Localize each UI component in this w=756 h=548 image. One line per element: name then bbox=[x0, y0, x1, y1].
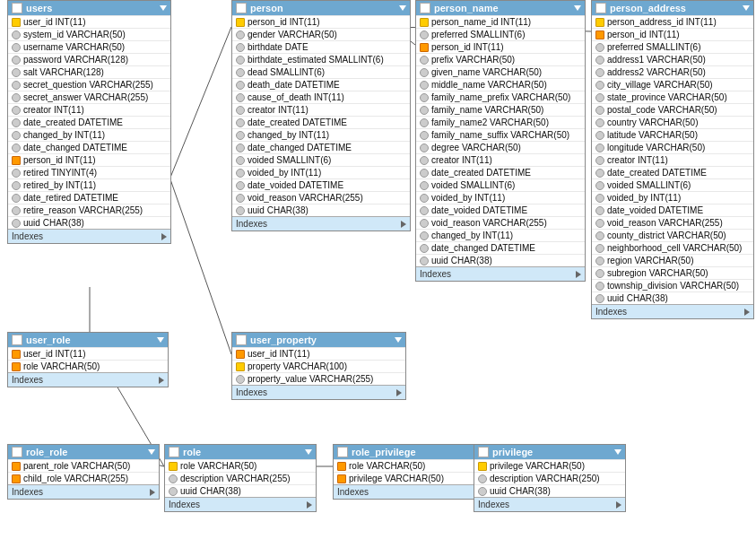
table-row[interactable]: birthdate DATE bbox=[232, 40, 410, 53]
table-row[interactable]: longitude VARCHAR(50) bbox=[592, 141, 753, 153]
table-row[interactable]: degree VARCHAR(50) bbox=[416, 141, 585, 153]
table-row[interactable]: void_reason VARCHAR(255) bbox=[232, 191, 410, 204]
collapse-users-icon[interactable] bbox=[160, 5, 167, 11]
table-row[interactable]: dead SMALLINT(6) bbox=[232, 65, 410, 78]
table-row[interactable]: date_changed DATETIME bbox=[416, 241, 585, 254]
table-row[interactable]: date_retired DATETIME bbox=[8, 191, 170, 204]
table-row[interactable]: preferred SMALLINT(6) bbox=[416, 28, 585, 40]
table-row[interactable]: postal_code VARCHAR(50) bbox=[592, 103, 753, 116]
collapse-person-name-icon[interactable] bbox=[574, 5, 581, 11]
table-row[interactable]: date_voided DATETIME bbox=[592, 204, 753, 216]
table-row[interactable]: creator INT(11) bbox=[8, 103, 170, 116]
table-row[interactable]: date_changed DATETIME bbox=[8, 141, 170, 153]
table-row[interactable]: city_village VARCHAR(50) bbox=[592, 78, 753, 91]
table-header-person-name[interactable]: person_name bbox=[416, 1, 585, 15]
table-row[interactable]: description VARCHAR(255) bbox=[165, 472, 316, 484]
role-indexes[interactable]: Indexes bbox=[165, 497, 316, 511]
table-row[interactable]: township_division VARCHAR(50) bbox=[592, 279, 753, 291]
table-row[interactable]: creator INT(11) bbox=[592, 153, 753, 166]
table-row[interactable]: retired_by INT(11) bbox=[8, 178, 170, 191]
table-row[interactable]: date_created DATETIME bbox=[416, 166, 585, 178]
table-row[interactable]: voided_by INT(11) bbox=[416, 191, 585, 204]
table-row[interactable]: user_id INT(11) bbox=[232, 347, 405, 360]
table-row[interactable]: uuid CHAR(38) bbox=[8, 216, 170, 229]
table-row[interactable]: voided_by INT(11) bbox=[592, 191, 753, 204]
table-row[interactable]: retire_reason VARCHAR(255) bbox=[8, 204, 170, 216]
table-row[interactable]: uuid CHAR(38) bbox=[592, 291, 753, 304]
table-row[interactable]: description VARCHAR(250) bbox=[474, 472, 625, 484]
table-row[interactable]: privilege VARCHAR(50) bbox=[334, 472, 484, 484]
table-header-person-address[interactable]: person_address bbox=[592, 1, 753, 15]
table-row[interactable]: prefix VARCHAR(50) bbox=[416, 53, 585, 65]
table-row[interactable]: birthdate_estimated SMALLINT(6) bbox=[232, 53, 410, 65]
table-row[interactable]: role VARCHAR(50) bbox=[8, 360, 168, 372]
table-row[interactable]: date_created DATETIME bbox=[592, 166, 753, 178]
table-row[interactable]: retired TINYINT(4) bbox=[8, 166, 170, 178]
collapse-person-icon[interactable] bbox=[399, 5, 406, 11]
table-row[interactable]: family_name_suffix VARCHAR(50) bbox=[416, 128, 585, 141]
table-row[interactable]: creator INT(11) bbox=[416, 153, 585, 166]
table-row[interactable]: person_id INT(11) bbox=[416, 40, 585, 53]
table-row[interactable]: parent_role VARCHAR(50) bbox=[8, 459, 159, 472]
table-row[interactable]: country VARCHAR(50) bbox=[592, 116, 753, 128]
table-row[interactable]: subregion VARCHAR(50) bbox=[592, 266, 753, 279]
table-row[interactable]: family_name2 VARCHAR(50) bbox=[416, 116, 585, 128]
table-row[interactable]: child_role VARCHAR(255) bbox=[8, 472, 159, 484]
table-row[interactable]: middle_name VARCHAR(50) bbox=[416, 78, 585, 91]
table-row[interactable]: role VARCHAR(50) bbox=[165, 459, 316, 472]
table-row[interactable]: person_id INT(11) bbox=[592, 28, 753, 40]
table-row[interactable]: privilege VARCHAR(50) bbox=[474, 459, 625, 472]
role-privilege-indexes[interactable]: Indexes bbox=[334, 484, 484, 499]
table-row[interactable]: preferred SMALLINT(6) bbox=[592, 40, 753, 53]
table-row[interactable]: cause_of_death INT(11) bbox=[232, 91, 410, 103]
table-row[interactable]: uuid CHAR(38) bbox=[474, 484, 625, 497]
collapse-role-icon[interactable] bbox=[305, 449, 312, 455]
table-row[interactable]: voided SMALLINT(6) bbox=[232, 153, 410, 166]
table-row[interactable]: changed_by INT(11) bbox=[8, 128, 170, 141]
users-indexes[interactable]: Indexes bbox=[8, 229, 170, 243]
table-row[interactable]: neighborhood_cell VARCHAR(50) bbox=[592, 241, 753, 254]
table-header-privilege[interactable]: privilege bbox=[474, 445, 625, 459]
table-row[interactable]: date_created DATETIME bbox=[232, 116, 410, 128]
table-row[interactable]: property_value VARCHAR(255) bbox=[232, 372, 405, 385]
table-row[interactable]: user_id INT(11) bbox=[8, 347, 168, 360]
table-row[interactable]: address1 VARCHAR(50) bbox=[592, 53, 753, 65]
table-row[interactable]: property VARCHAR(100) bbox=[232, 360, 405, 372]
collapse-user-role-icon[interactable] bbox=[157, 337, 164, 343]
collapse-user-property-icon[interactable] bbox=[395, 337, 402, 343]
table-row[interactable]: creator INT(11) bbox=[232, 103, 410, 116]
collapse-role-role-icon[interactable] bbox=[148, 449, 155, 455]
table-row[interactable]: uuid CHAR(38) bbox=[416, 254, 585, 266]
table-row[interactable]: role VARCHAR(50) bbox=[334, 459, 484, 472]
table-row[interactable]: void_reason VARCHAR(255) bbox=[592, 216, 753, 229]
table-row[interactable]: voided SMALLINT(6) bbox=[416, 178, 585, 191]
table-row[interactable]: family_name VARCHAR(50) bbox=[416, 103, 585, 116]
table-header-user-role[interactable]: user_role bbox=[8, 333, 168, 347]
privilege-indexes[interactable]: Indexes bbox=[474, 497, 625, 511]
table-row[interactable]: changed_by INT(11) bbox=[416, 229, 585, 241]
table-row[interactable]: family_name_prefix VARCHAR(50) bbox=[416, 91, 585, 103]
table-row[interactable]: uuid CHAR(38) bbox=[165, 484, 316, 497]
table-row[interactable]: voided_by INT(11) bbox=[232, 166, 410, 178]
table-row[interactable]: county_district VARCHAR(50) bbox=[592, 229, 753, 241]
table-row[interactable]: username VARCHAR(50) bbox=[8, 40, 170, 53]
table-row[interactable]: given_name VARCHAR(50) bbox=[416, 65, 585, 78]
table-row[interactable]: state_province VARCHAR(50) bbox=[592, 91, 753, 103]
table-row[interactable]: person_address_id INT(11) bbox=[592, 15, 753, 28]
user-property-indexes[interactable]: Indexes bbox=[232, 385, 405, 399]
table-row[interactable]: date_voided DATETIME bbox=[416, 204, 585, 216]
table-row[interactable]: address2 VARCHAR(50) bbox=[592, 65, 753, 78]
person-address-indexes[interactable]: Indexes bbox=[592, 304, 753, 318]
table-row[interactable]: date_changed DATETIME bbox=[232, 141, 410, 153]
table-header-role-privilege[interactable]: role_privilege bbox=[334, 445, 484, 459]
collapse-person-address-icon[interactable] bbox=[743, 5, 750, 11]
table-row[interactable]: password VARCHAR(128) bbox=[8, 53, 170, 65]
table-row[interactable]: voided SMALLINT(6) bbox=[592, 178, 753, 191]
table-row[interactable]: user_id INT(11) bbox=[8, 15, 170, 28]
person-indexes[interactable]: Indexes bbox=[232, 216, 410, 231]
table-header-person[interactable]: person bbox=[232, 1, 410, 15]
table-row[interactable]: person_name_id INT(11) bbox=[416, 15, 585, 28]
table-row[interactable]: void_reason VARCHAR(255) bbox=[416, 216, 585, 229]
table-row[interactable]: date_created DATETIME bbox=[8, 116, 170, 128]
table-row[interactable]: changed_by INT(11) bbox=[232, 128, 410, 141]
